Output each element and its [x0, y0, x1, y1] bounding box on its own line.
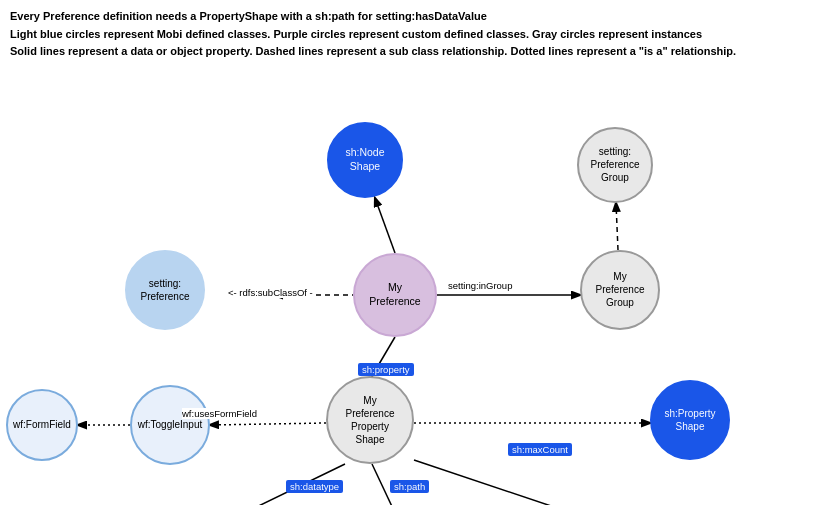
svg-line-1	[616, 203, 618, 250]
sh-property-shape-node: sh:Property Shape	[650, 380, 730, 460]
my-preference-property-shape-node: My Preference Property Shape	[326, 376, 414, 464]
legend-line3: Solid lines represent a data or object p…	[10, 43, 811, 61]
legend-line1: Every Preference definition needs a Prop…	[10, 8, 811, 26]
svg-line-0	[375, 198, 395, 253]
my-preference-node: My Preference	[353, 253, 437, 337]
svg-line-5	[210, 423, 326, 425]
legend: Every Preference definition needs a Prop…	[0, 0, 821, 65]
svg-line-10	[414, 460, 578, 505]
sh-max-count-label: sh:maxCount	[508, 443, 572, 456]
setting-preference-node: setting: Preference	[125, 250, 205, 330]
wf-form-field-node: wf:FormField	[6, 389, 78, 461]
sh-path-label: sh:path	[390, 480, 429, 493]
wf-toggle-input-node: wf:ToggleInput	[130, 385, 210, 465]
setting-preference-group-node: setting: Preference Group	[577, 127, 653, 203]
wf-uses-form-field-label: wf:usesFormField	[182, 408, 257, 419]
sh-node-shape-node: sh:Node Shape	[327, 122, 403, 198]
sh-property-label: sh:property	[358, 363, 414, 376]
rdfs-subclassof-label: <- rdfs:subClassOf -	[228, 287, 313, 298]
legend-line2: Light blue circles represent Mobi define…	[10, 26, 811, 44]
sh-datatype-label: sh:datatype	[286, 480, 343, 493]
diagram: sh:Node Shape setting: Preference Group …	[0, 65, 821, 505]
setting-ingroup-label: setting:inGroup	[448, 280, 512, 291]
my-preference-group-node: My Preference Group	[580, 250, 660, 330]
